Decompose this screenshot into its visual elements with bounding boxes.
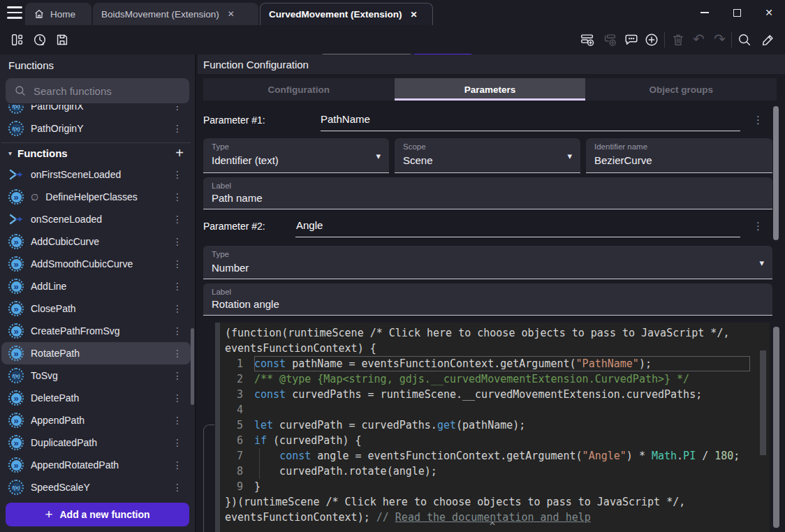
search-box[interactable] <box>6 78 189 103</box>
menu-dots-icon[interactable]: ⋮ <box>171 105 184 112</box>
code-wrap-line[interactable]: })(runtimeScene /* Click here to choose … <box>220 494 763 510</box>
menu-dots-icon[interactable]: ⋮ <box>171 303 184 314</box>
function-label: CreatePathFromSvg <box>31 325 164 337</box>
menu-dots-icon[interactable]: ⋮ <box>171 123 184 134</box>
add-function-button[interactable]: + Add a new function <box>6 503 189 526</box>
function-item-appendpath[interactable]: »AppendPath⋮ <box>1 409 191 431</box>
add-icon[interactable]: + <box>175 145 184 161</box>
parameter-1-name-input[interactable]: PathName <box>321 113 370 125</box>
comment-icon[interactable] <box>624 32 639 47</box>
function-label: PathOriginY <box>31 123 164 134</box>
tab-configuration[interactable]: Configuration <box>203 78 395 101</box>
code-content[interactable]: (function(runtimeScene /* Click here to … <box>220 325 763 525</box>
menu-dots-icon[interactable]: ⋮ <box>171 258 184 269</box>
expression-function-icon: f(x) <box>8 480 24 495</box>
minimize-button[interactable] <box>689 0 721 25</box>
tab-curvedmovement[interactable]: CurvedMovement (Extension) ✕ <box>260 3 433 25</box>
action-function-icon: » <box>8 279 24 294</box>
code-wrap-line[interactable]: (function(runtimeScene /* Click here to … <box>220 325 763 341</box>
function-item-closepath[interactable]: »ClosePath⋮ <box>1 297 191 320</box>
add-circle-icon[interactable] <box>644 32 659 47</box>
menu-dots-icon[interactable]: ⋮ <box>171 415 184 426</box>
function-item-createpathfromsvg[interactable]: »CreatePathFromSvg⋮ <box>1 320 191 342</box>
code-line-3[interactable]: 3const curvedPaths = runtimeScene.__curv… <box>220 387 763 402</box>
code-page-scrollbar[interactable] <box>773 327 779 528</box>
code-wrap-line[interactable]: eventsFunctionContext) { <box>220 341 763 356</box>
search-icon[interactable] <box>737 32 752 47</box>
code-line-4[interactable]: 4 <box>220 402 763 418</box>
lifecycle-function-icon <box>8 167 24 182</box>
action-function-icon: » <box>8 413 24 428</box>
function-item-addline[interactable]: »AddLine⋮ <box>1 275 191 297</box>
code-line-5[interactable]: 5let curvedPath = curvedPaths.get(pathNa… <box>220 418 763 433</box>
menu-dots-icon[interactable]: ⋮ <box>171 191 184 202</box>
chevron-down-icon[interactable]: ▾ <box>376 150 381 161</box>
hamburger-menu-icon[interactable] <box>7 6 22 19</box>
menu-dots-icon[interactable]: ⋮ <box>171 348 184 359</box>
maximize-button[interactable] <box>721 0 753 25</box>
functions-section-header[interactable]: ▾Functions+ <box>1 142 191 163</box>
function-item-appendrotatedpath[interactable]: »AppendRotatedPath⋮ <box>1 454 191 476</box>
chevron-down-icon[interactable]: ▾ <box>759 257 764 267</box>
code-line-1[interactable]: 1const pathName = eventsFunctionContext.… <box>220 356 763 371</box>
menu-dots-icon[interactable]: ⋮ <box>171 370 184 381</box>
function-item-onsceneloaded[interactable]: onSceneLoaded⋮ <box>1 208 191 230</box>
code-text: const angle = eventsFunctionContext.getA… <box>254 448 750 464</box>
menu-dots-icon[interactable]: ⋮ <box>171 392 184 404</box>
menu-dots-icon[interactable]: ⋮ <box>171 482 184 493</box>
edit-properties-icon[interactable] <box>761 32 776 47</box>
close-window-button[interactable]: ✕ <box>753 0 785 25</box>
project-manager-icon[interactable] <box>10 32 25 47</box>
code-line-9[interactable]: 9} <box>220 479 763 494</box>
menu-dots-icon[interactable]: ⋮ <box>171 459 184 471</box>
menu-dots-icon[interactable]: ⋮ <box>753 220 763 232</box>
function-item-addsmoothcubiccurve[interactable]: »AddSmoothCubicCurve⋮ <box>1 253 191 275</box>
param1-type-field[interactable]: Type Identifier (text) ▾ <box>203 138 389 173</box>
code-line-7[interactable]: 7 const angle = eventsFunctionContext.ge… <box>220 448 763 464</box>
function-item-tosvg[interactable]: f(x)ToSvg⋮ <box>1 364 191 387</box>
param1-scope-field[interactable]: Scope Scene ▾ <box>395 138 580 173</box>
save-icon[interactable] <box>54 32 70 47</box>
search-input[interactable] <box>34 85 181 97</box>
function-item-rotatepath[interactable]: »RotatePath⋮ <box>1 342 191 364</box>
history-icon[interactable] <box>32 32 47 47</box>
sidebar-scrollbar[interactable] <box>191 328 194 405</box>
param2-type-field[interactable]: Type Number ▾ <box>203 246 772 279</box>
line-number: 9 <box>225 479 254 494</box>
menu-dots-icon[interactable]: ⋮ <box>171 169 184 180</box>
parameter-2-name-input[interactable]: Angle <box>296 219 323 231</box>
menu-dots-icon[interactable]: ⋮ <box>753 114 763 126</box>
function-item-onfirstsceneloaded[interactable]: onFirstSceneLoaded⋮ <box>1 163 191 186</box>
tab-curvedmovement-label: CurvedMovement (Extension) <box>269 9 402 20</box>
editor-scrollbar[interactable] <box>760 350 766 455</box>
menu-dots-icon[interactable]: ⋮ <box>171 325 184 337</box>
tab-home[interactable]: Home <box>25 3 91 25</box>
function-item-pathoriginx[interactable]: f(x)PathOriginX⋮ <box>1 105 191 117</box>
function-item-speedscaley[interactable]: f(x)SpeedScaleY⋮ <box>1 476 191 498</box>
code-editor[interactable]: (function(runtimeScene /* Click here to … <box>215 323 770 532</box>
code-line-2[interactable]: 2/** @type {Map<string, gdjs.__curvedMov… <box>220 371 763 387</box>
function-item-deletepath[interactable]: »DeletePath⋮ <box>1 387 191 409</box>
chevron-down-icon[interactable]: ▾ <box>567 150 572 161</box>
param2-label-field[interactable]: Label Rotation angle <box>203 283 772 316</box>
add-event-icon[interactable] <box>580 32 595 47</box>
close-icon[interactable]: ✕ <box>225 8 237 20</box>
function-item-pathoriginy[interactable]: f(x)PathOriginY⋮ <box>1 117 191 140</box>
function-item-definehelperclasses[interactable]: »∅DefineHelperClasses⋮ <box>1 186 191 208</box>
param1-label-field[interactable]: Label Path name <box>203 177 772 209</box>
code-line-8[interactable]: 8 curvedPath.rotate(angle); <box>220 464 763 479</box>
code-line-6[interactable]: 6if (curvedPath) { <box>220 433 763 448</box>
menu-dots-icon[interactable]: ⋮ <box>171 236 184 247</box>
menu-dots-icon[interactable]: ⋮ <box>171 214 184 225</box>
function-item-addcubiccurve[interactable]: »AddCubicCurve⋮ <box>1 230 191 253</box>
tab-object-groups[interactable]: Object groups <box>585 78 777 101</box>
param1-identifier-field[interactable]: Identifier name BezierCurve <box>586 138 772 173</box>
function-item-duplicatedpath[interactable]: »DuplicatedPath⋮ <box>1 431 191 454</box>
close-icon[interactable]: ✕ <box>408 8 420 21</box>
menu-dots-icon[interactable]: ⋮ <box>171 437 184 448</box>
config-scrollbar[interactable] <box>773 106 779 240</box>
field-value: Identifier (text) <box>212 154 279 166</box>
menu-dots-icon[interactable]: ⋮ <box>171 281 184 292</box>
tab-boidsmovement[interactable]: BoidsMovement (Extension) ✕ <box>93 3 258 25</box>
tab-parameters[interactable]: Parameters <box>395 78 586 101</box>
